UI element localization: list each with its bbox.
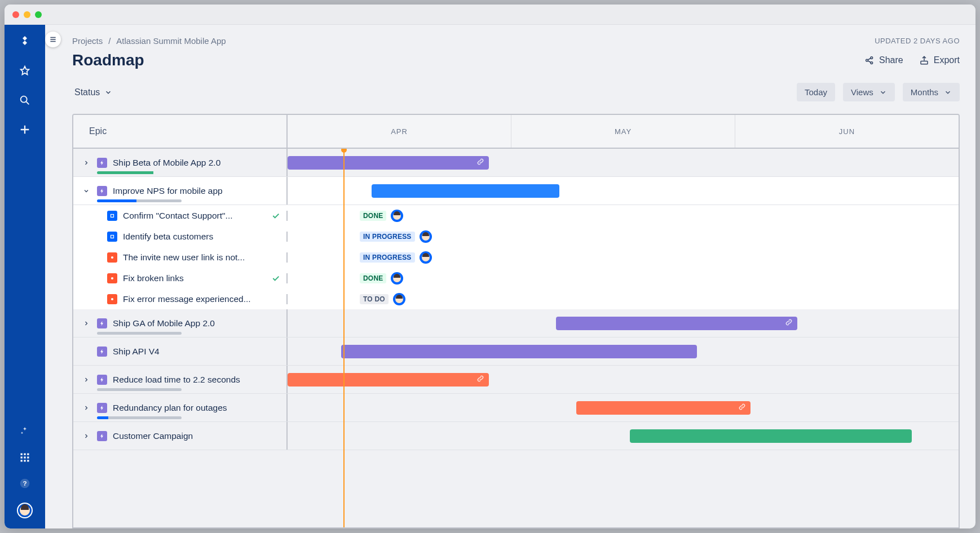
epic-row-timeline[interactable]	[288, 366, 959, 393]
svg-rect-15	[921, 61, 928, 64]
assignee-avatar[interactable]	[391, 210, 403, 222]
epic-row-left[interactable]: Redundancy plan for outages	[73, 394, 288, 421]
window-maximize-icon[interactable]	[35, 11, 42, 18]
breadcrumb-root[interactable]: Projects	[72, 36, 103, 46]
epic-bar[interactable]	[288, 373, 489, 387]
month-may: MAY	[511, 115, 735, 148]
epic-row-left[interactable]: Customer Campaign	[73, 422, 288, 450]
breadcrumb-separator: /	[108, 36, 111, 46]
child-row-left[interactable]: The invite new user link is not...	[73, 252, 288, 263]
epic-row-timeline[interactable]	[288, 309, 959, 337]
expand-chevron-icon[interactable]	[81, 403, 91, 413]
assignee-avatar[interactable]	[420, 230, 432, 243]
titlebar	[5, 5, 975, 25]
link-icon	[785, 318, 793, 328]
epic-row-left[interactable]: Ship API V4	[73, 337, 288, 365]
svg-rect-2	[24, 454, 25, 455]
breadcrumb-project[interactable]: Atlassian Summit Mobile App	[116, 36, 226, 46]
epic-row: Ship GA of Mobile App 2.0	[73, 309, 959, 337]
svg-text:?: ?	[23, 479, 27, 487]
today-indicator	[343, 149, 345, 527]
svg-rect-7	[21, 460, 23, 461]
child-row: The invite new user link is not... IN PR…	[73, 247, 959, 268]
child-row-left[interactable]: Fix error message experienced...	[73, 294, 288, 304]
epic-row-left[interactable]: Reduce load time to 2.2 seconds	[73, 366, 288, 393]
epic-icon	[97, 186, 107, 196]
share-button[interactable]: Share	[864, 55, 903, 65]
epic-title: Customer Campaign	[113, 431, 281, 441]
epic-row-left[interactable]: Ship GA of Mobile App 2.0	[73, 309, 288, 337]
child-row-right: IN PROGRESS	[288, 251, 959, 264]
check-icon	[271, 211, 281, 221]
epic-row: Ship Beta of Mobile App 2.0	[73, 149, 959, 177]
child-title: Identify beta customers	[123, 232, 281, 242]
epic-bar[interactable]	[576, 401, 751, 415]
roadmap-grid: Epic APR MAY JUN Ship Beta o	[72, 114, 960, 528]
epic-row-timeline[interactable]	[288, 177, 959, 205]
grid-header: Epic APR MAY JUN	[73, 115, 959, 149]
app-switcher-icon[interactable]	[18, 451, 32, 464]
epic-title: Reduce load time to 2.2 seconds	[113, 375, 281, 385]
assignee-avatar[interactable]	[420, 251, 432, 264]
child-row-left[interactable]: Identify beta customers	[73, 232, 288, 242]
epic-row-timeline[interactable]	[288, 422, 959, 450]
svg-rect-4	[21, 456, 23, 458]
epic-icon	[97, 431, 107, 441]
epic-title: Ship API V4	[113, 347, 281, 357]
epic-row-left[interactable]: Ship Beta of Mobile App 2.0	[73, 149, 288, 176]
epic-bar[interactable]	[630, 429, 912, 443]
status-filter-label: Status	[74, 87, 100, 97]
epic-row: Reduce load time to 2.2 seconds	[73, 366, 959, 394]
expanded-children: Confirm "Contact Support"... DONE Identi…	[73, 205, 959, 309]
expand-chevron-icon[interactable]	[81, 186, 91, 196]
link-icon	[738, 403, 746, 413]
epic-icon	[97, 318, 107, 328]
rows-layer: Ship Beta of Mobile App 2.0 Improve NPS …	[73, 149, 959, 450]
epic-bar[interactable]	[341, 345, 697, 358]
status-filter[interactable]: Status	[72, 84, 114, 101]
search-icon[interactable]	[18, 94, 32, 107]
timescale-dropdown[interactable]: Months	[903, 83, 960, 101]
epic-bar[interactable]	[556, 317, 797, 330]
status-badge: IN PROGRESS	[360, 252, 415, 263]
plus-icon[interactable]	[18, 123, 32, 136]
epic-row-timeline[interactable]	[288, 149, 959, 176]
status-badge: TO DO	[360, 294, 389, 304]
svg-point-20	[111, 297, 113, 300]
link-icon	[476, 158, 484, 168]
link-icon	[476, 375, 484, 385]
jira-logo-icon[interactable]	[18, 35, 32, 48]
assignee-avatar[interactable]	[391, 272, 403, 285]
expand-chevron-icon[interactable]	[81, 431, 91, 441]
help-icon[interactable]: ?	[18, 477, 32, 490]
window-close-icon[interactable]	[12, 11, 19, 18]
epic-bar[interactable]	[372, 184, 559, 198]
expand-chevron-icon[interactable]	[81, 318, 91, 328]
epic-row-left[interactable]: Improve NPS for mobile app	[73, 177, 288, 205]
notifications-icon[interactable]	[18, 425, 32, 438]
svg-rect-9	[27, 460, 29, 461]
star-icon[interactable]	[18, 64, 32, 78]
expand-chevron-icon[interactable]	[81, 158, 91, 168]
epic-bar[interactable]	[288, 156, 489, 170]
nav-sidebar: ?	[5, 25, 45, 528]
epic-icon	[97, 158, 107, 168]
sidebar-collapse-button[interactable]	[45, 32, 61, 47]
epic-title: Ship Beta of Mobile App 2.0	[113, 158, 281, 168]
child-row-left[interactable]: Confirm "Contact Support"...	[73, 211, 288, 221]
page-title: Roadmap	[72, 51, 144, 69]
expand-chevron-icon[interactable]	[81, 375, 91, 385]
export-button[interactable]: Export	[919, 55, 960, 65]
epic-row: Improve NPS for mobile app	[73, 177, 959, 205]
epic-row-timeline[interactable]	[288, 337, 959, 365]
child-row-left[interactable]: Fix broken links	[73, 273, 288, 283]
profile-avatar[interactable]	[17, 503, 33, 518]
assignee-avatar[interactable]	[393, 293, 405, 305]
timeline-header: APR MAY JUN	[288, 115, 959, 148]
chevron-down-icon	[944, 88, 952, 96]
views-dropdown[interactable]: Views	[843, 83, 895, 101]
today-button[interactable]: Today	[797, 83, 835, 101]
svg-point-19	[111, 277, 113, 279]
window-minimize-icon[interactable]	[24, 11, 30, 18]
epic-row-timeline[interactable]	[288, 394, 959, 421]
